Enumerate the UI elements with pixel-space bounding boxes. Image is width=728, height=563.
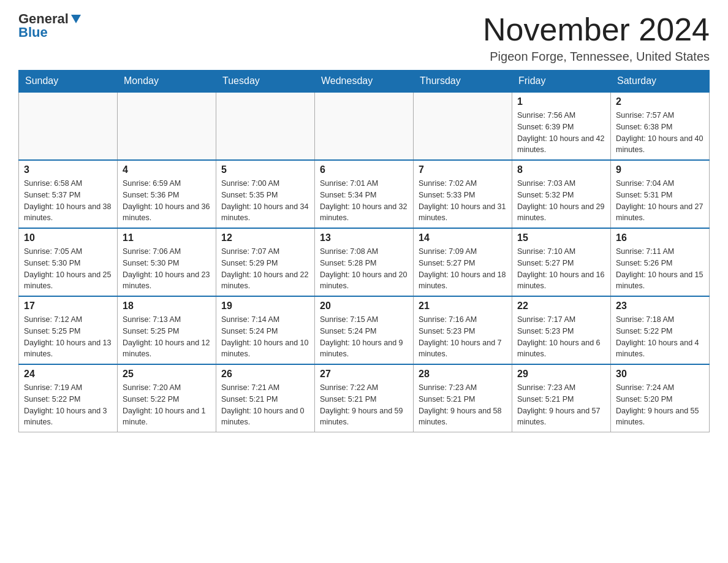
day-info: Sunrise: 7:23 AM Sunset: 5:21 PM Dayligh… [419,382,507,428]
day-info: Sunrise: 7:57 AM Sunset: 6:38 PM Dayligh… [616,110,704,156]
day-info: Sunrise: 7:11 AM Sunset: 5:26 PM Dayligh… [616,246,704,292]
calendar-week-row: 3Sunrise: 6:58 AM Sunset: 5:37 PM Daylig… [19,160,710,228]
day-number: 17 [24,301,112,312]
calendar-week-row: 24Sunrise: 7:19 AM Sunset: 5:22 PM Dayli… [19,364,710,432]
calendar-week-row: 1Sunrise: 7:56 AM Sunset: 6:39 PM Daylig… [19,92,710,160]
day-number: 10 [24,232,112,243]
day-number: 2 [616,96,704,107]
calendar-cell: 6Sunrise: 7:01 AM Sunset: 5:34 PM Daylig… [315,160,414,228]
calendar-cell: 17Sunrise: 7:12 AM Sunset: 5:25 PM Dayli… [19,296,118,364]
day-number: 7 [419,164,507,175]
calendar-cell: 19Sunrise: 7:14 AM Sunset: 5:24 PM Dayli… [216,296,315,364]
day-info: Sunrise: 7:04 AM Sunset: 5:31 PM Dayligh… [616,178,704,224]
day-number: 26 [221,369,309,380]
calendar-cell: 21Sunrise: 7:16 AM Sunset: 5:23 PM Dayli… [414,296,512,364]
weekday-header-saturday: Saturday [611,71,710,93]
calendar-header-row: SundayMondayTuesdayWednesdayThursdayFrid… [19,71,710,93]
calendar-cell: 8Sunrise: 7:03 AM Sunset: 5:32 PM Daylig… [512,160,611,228]
calendar-week-row: 10Sunrise: 7:05 AM Sunset: 5:30 PM Dayli… [19,228,710,296]
calendar-cell: 15Sunrise: 7:10 AM Sunset: 5:27 PM Dayli… [512,228,611,296]
calendar-cell: 3Sunrise: 6:58 AM Sunset: 5:37 PM Daylig… [19,160,118,228]
calendar-cell: 12Sunrise: 7:07 AM Sunset: 5:29 PM Dayli… [216,228,315,296]
weekday-header-sunday: Sunday [19,71,118,93]
calendar-cell: 18Sunrise: 7:13 AM Sunset: 5:25 PM Dayli… [118,296,216,364]
day-number: 18 [123,301,211,312]
day-info: Sunrise: 7:05 AM Sunset: 5:30 PM Dayligh… [24,246,112,292]
calendar-cell: 30Sunrise: 7:24 AM Sunset: 5:20 PM Dayli… [611,364,710,432]
calendar-cell: 7Sunrise: 7:02 AM Sunset: 5:33 PM Daylig… [414,160,512,228]
calendar-week-row: 17Sunrise: 7:12 AM Sunset: 5:25 PM Dayli… [19,296,710,364]
calendar-cell: 4Sunrise: 6:59 AM Sunset: 5:36 PM Daylig… [118,160,216,228]
logo-blue-text: Blue [18,26,48,39]
calendar-cell [118,92,216,160]
day-number: 19 [221,301,309,312]
calendar-cell: 13Sunrise: 7:08 AM Sunset: 5:28 PM Dayli… [315,228,414,296]
day-info: Sunrise: 7:18 AM Sunset: 5:22 PM Dayligh… [616,314,704,360]
day-info: Sunrise: 7:15 AM Sunset: 5:24 PM Dayligh… [320,314,408,360]
calendar-cell: 29Sunrise: 7:23 AM Sunset: 5:21 PM Dayli… [512,364,611,432]
day-info: Sunrise: 7:22 AM Sunset: 5:21 PM Dayligh… [320,382,408,428]
day-info: Sunrise: 7:21 AM Sunset: 5:21 PM Dayligh… [221,382,309,428]
day-info: Sunrise: 7:17 AM Sunset: 5:23 PM Dayligh… [517,314,605,360]
day-info: Sunrise: 7:13 AM Sunset: 5:25 PM Dayligh… [123,314,211,360]
calendar-cell [414,92,512,160]
weekday-header-friday: Friday [512,71,611,93]
calendar-cell: 26Sunrise: 7:21 AM Sunset: 5:21 PM Dayli… [216,364,315,432]
day-number: 29 [517,369,605,380]
calendar-cell: 22Sunrise: 7:17 AM Sunset: 5:23 PM Dayli… [512,296,611,364]
calendar-cell: 2Sunrise: 7:57 AM Sunset: 6:38 PM Daylig… [611,92,710,160]
day-number: 6 [320,164,408,175]
day-number: 9 [616,164,704,175]
calendar-cell: 20Sunrise: 7:15 AM Sunset: 5:24 PM Dayli… [315,296,414,364]
calendar-cell [19,92,118,160]
day-number: 4 [123,164,211,175]
calendar-cell [216,92,315,160]
weekday-header-monday: Monday [118,71,216,93]
calendar-cell: 1Sunrise: 7:56 AM Sunset: 6:39 PM Daylig… [512,92,611,160]
day-number: 14 [419,232,507,243]
day-number: 8 [517,164,605,175]
day-number: 5 [221,164,309,175]
title-area: November 2024 Pigeon Forge, Tennessee, U… [483,12,710,64]
day-info: Sunrise: 7:07 AM Sunset: 5:29 PM Dayligh… [221,246,309,292]
calendar-cell: 28Sunrise: 7:23 AM Sunset: 5:21 PM Dayli… [414,364,512,432]
calendar-cell: 5Sunrise: 7:00 AM Sunset: 5:35 PM Daylig… [216,160,315,228]
day-number: 16 [616,232,704,243]
calendar-cell: 23Sunrise: 7:18 AM Sunset: 5:22 PM Dayli… [611,296,710,364]
day-number: 23 [616,301,704,312]
day-info: Sunrise: 7:09 AM Sunset: 5:27 PM Dayligh… [419,246,507,292]
day-number: 12 [221,232,309,243]
day-number: 24 [24,369,112,380]
logo-general-text: General [18,12,69,26]
day-info: Sunrise: 7:06 AM Sunset: 5:30 PM Dayligh… [123,246,211,292]
day-info: Sunrise: 7:14 AM Sunset: 5:24 PM Dayligh… [221,314,309,360]
calendar-cell: 25Sunrise: 7:20 AM Sunset: 5:22 PM Dayli… [118,364,216,432]
day-number: 30 [616,369,704,380]
day-info: Sunrise: 7:02 AM Sunset: 5:33 PM Dayligh… [419,178,507,224]
weekday-header-tuesday: Tuesday [216,71,315,93]
day-number: 22 [517,301,605,312]
weekday-header-wednesday: Wednesday [315,71,414,93]
calendar-cell: 24Sunrise: 7:19 AM Sunset: 5:22 PM Dayli… [19,364,118,432]
day-number: 1 [517,96,605,107]
logo-triangle-icon [71,15,81,23]
day-info: Sunrise: 7:24 AM Sunset: 5:20 PM Dayligh… [616,382,704,428]
day-info: Sunrise: 7:19 AM Sunset: 5:22 PM Dayligh… [24,382,112,428]
weekday-header-thursday: Thursday [414,71,512,93]
day-number: 13 [320,232,408,243]
location-title: Pigeon Forge, Tennessee, United States [483,50,710,64]
calendar-cell: 9Sunrise: 7:04 AM Sunset: 5:31 PM Daylig… [611,160,710,228]
day-info: Sunrise: 7:08 AM Sunset: 5:28 PM Dayligh… [320,246,408,292]
day-info: Sunrise: 7:23 AM Sunset: 5:21 PM Dayligh… [517,382,605,428]
logo: General Blue [18,12,81,39]
day-info: Sunrise: 7:10 AM Sunset: 5:27 PM Dayligh… [517,246,605,292]
month-title: November 2024 [483,12,710,47]
day-number: 15 [517,232,605,243]
header: General Blue November 2024 Pigeon Forge,… [18,12,710,64]
day-info: Sunrise: 7:16 AM Sunset: 5:23 PM Dayligh… [419,314,507,360]
day-number: 28 [419,369,507,380]
day-info: Sunrise: 6:58 AM Sunset: 5:37 PM Dayligh… [24,178,112,224]
calendar-cell: 14Sunrise: 7:09 AM Sunset: 5:27 PM Dayli… [414,228,512,296]
day-number: 20 [320,301,408,312]
calendar-cell: 10Sunrise: 7:05 AM Sunset: 5:30 PM Dayli… [19,228,118,296]
